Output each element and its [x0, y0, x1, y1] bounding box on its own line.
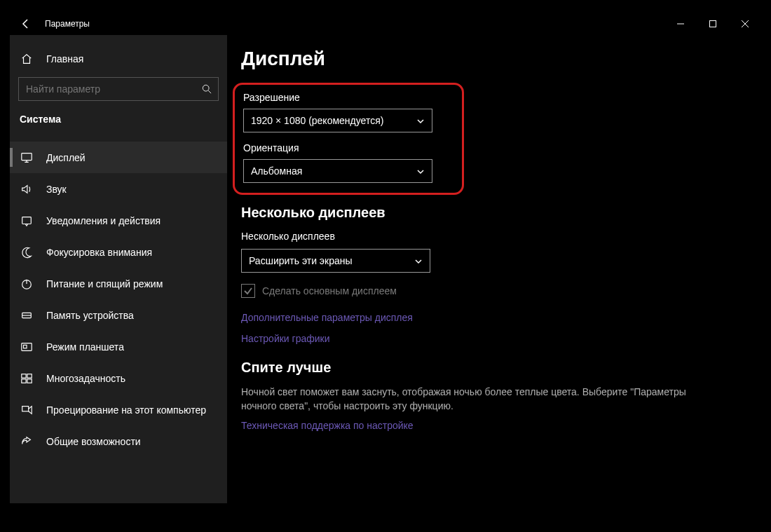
support-link[interactable]: Техническая поддержка по настройке	[241, 420, 761, 431]
sidebar-item-monitor[interactable]: Дисплей	[10, 142, 227, 173]
sound-icon	[20, 182, 34, 196]
sidebar-item-label: Проецирование на этот компьютер	[46, 404, 206, 416]
notify-icon	[20, 214, 34, 228]
resolution-dropdown[interactable]: 1920 × 1080 (рекомендуется)	[243, 109, 432, 132]
sidebar-item-share[interactable]: Общие возможности	[10, 425, 227, 457]
advanced-display-link[interactable]: Дополнительные параметры дисплея	[241, 312, 761, 323]
arrow-left-icon	[20, 18, 32, 29]
tablet-icon	[20, 340, 34, 354]
search-box[interactable]	[18, 77, 219, 101]
home-icon	[20, 52, 34, 66]
sidebar-item-moon[interactable]: Фокусировка внимания	[10, 236, 227, 268]
sidebar-item-label: Общие возможности	[46, 436, 141, 447]
project-icon	[20, 403, 34, 417]
minimize-button[interactable]	[664, 13, 697, 35]
svg-rect-7	[24, 345, 27, 348]
moon-icon	[20, 245, 34, 259]
svg-rect-3	[22, 217, 32, 224]
chevron-down-icon	[416, 116, 425, 125]
multi-displays-value: Расширить эти экраны	[249, 255, 353, 266]
minimize-icon	[677, 20, 684, 27]
app-title: Параметры	[45, 19, 90, 29]
svg-point-1	[203, 85, 209, 91]
svg-rect-2	[22, 153, 32, 160]
page-title: Дисплей	[241, 48, 761, 70]
svg-rect-10	[22, 378, 26, 382]
maximize-button[interactable]	[697, 13, 729, 35]
svg-rect-8	[22, 374, 26, 377]
titlebar: Параметры	[10, 13, 761, 35]
sidebar: Главная Система ДисплейЗвукУведомления и…	[10, 35, 227, 503]
orientation-dropdown[interactable]: Альбомная	[243, 159, 432, 183]
orientation-value: Альбомная	[251, 165, 302, 177]
sidebar-item-label: Дисплей	[46, 152, 86, 163]
settings-window: Параметры Главная Система Дис	[10, 13, 761, 503]
sidebar-item-label: Питание и спящий режим	[46, 278, 163, 289]
close-button[interactable]	[729, 13, 761, 35]
chevron-down-icon	[416, 167, 425, 175]
make-main-label: Сделать основным дисплеем	[262, 285, 397, 296]
search-input[interactable]	[19, 83, 196, 95]
sidebar-item-label: Фокусировка внимания	[46, 247, 152, 258]
storage-icon	[20, 308, 34, 322]
chevron-down-icon	[414, 257, 423, 265]
highlighted-settings: Разрешение 1920 × 1080 (рекомендуется) О…	[233, 83, 464, 195]
back-button[interactable]	[10, 13, 42, 35]
sidebar-item-sound[interactable]: Звук	[10, 173, 227, 205]
sidebar-item-label: Звук	[46, 184, 67, 195]
multi-icon	[20, 371, 34, 386]
svg-rect-0	[710, 21, 716, 27]
nav-list: ДисплейЗвукУведомления и действияФокусир…	[10, 142, 227, 457]
sidebar-item-tablet[interactable]: Режим планшета	[10, 331, 227, 362]
sidebar-item-power[interactable]: Питание и спящий режим	[10, 268, 227, 299]
checkbox-icon	[241, 284, 255, 298]
sidebar-item-notify[interactable]: Уведомления и действия	[10, 205, 227, 236]
section-label: Система	[10, 114, 227, 136]
close-icon	[742, 20, 749, 27]
svg-rect-12	[22, 406, 29, 411]
sidebar-item-label: Многозадачность	[46, 373, 125, 384]
sidebar-item-project[interactable]: Проецирование на этот компьютер	[10, 394, 227, 425]
share-icon	[20, 435, 34, 449]
orientation-label: Ориентация	[243, 142, 453, 154]
sidebar-item-label: Уведомления и действия	[46, 215, 161, 226]
sidebar-item-storage[interactable]: Память устройства	[10, 299, 227, 331]
sidebar-item-label: Память устройства	[46, 310, 134, 321]
resolution-value: 1920 × 1080 (рекомендуется)	[251, 115, 383, 126]
multi-displays-label: Несколько дисплеев	[241, 231, 761, 242]
sidebar-item-multi[interactable]: Многозадачность	[10, 362, 227, 394]
multi-displays-heading: Несколько дисплеев	[241, 205, 761, 221]
svg-rect-9	[27, 374, 32, 377]
make-main-checkbox: Сделать основным дисплеем	[241, 284, 761, 298]
multi-displays-dropdown[interactable]: Расширить эти экраны	[241, 249, 430, 273]
search-icon	[196, 78, 218, 100]
monitor-icon	[20, 151, 34, 165]
home-button[interactable]: Главная	[10, 45, 227, 73]
sleep-heading: Спите лучше	[241, 360, 761, 376]
sleep-description: Ночной свет поможет вам заснуть, отображ…	[241, 386, 704, 413]
home-label: Главная	[46, 53, 83, 64]
svg-rect-11	[27, 378, 32, 382]
content-pane: Дисплей Разрешение 1920 × 1080 (рекоменд…	[227, 35, 761, 503]
resolution-label: Разрешение	[243, 92, 453, 103]
graphics-settings-link[interactable]: Настройки графики	[241, 333, 761, 344]
power-icon	[20, 277, 34, 291]
maximize-icon	[709, 20, 716, 27]
sidebar-item-label: Режим планшета	[46, 341, 124, 353]
